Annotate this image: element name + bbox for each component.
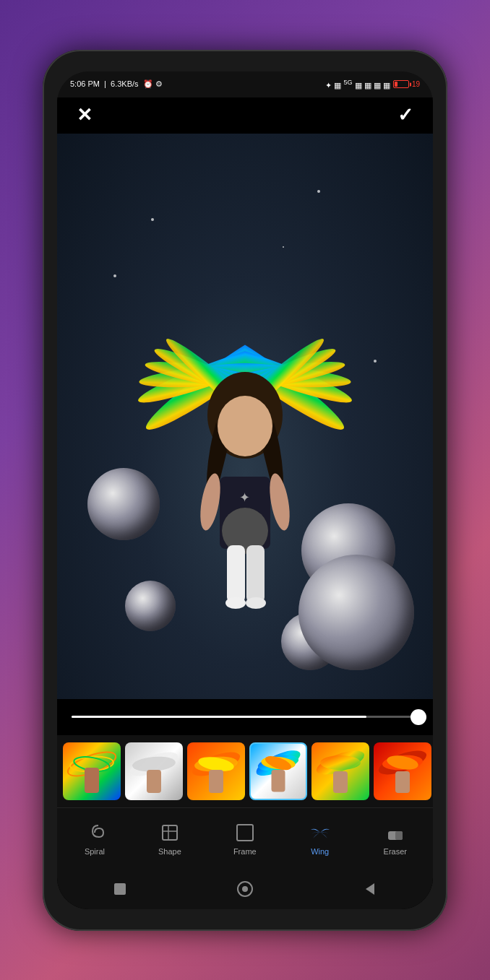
svg-rect-34 bbox=[209, 770, 223, 793]
svg-point-23 bbox=[246, 597, 266, 609]
top-bar: ✕ ✓ bbox=[57, 97, 433, 134]
svg-rect-50 bbox=[237, 825, 253, 841]
eraser-icon bbox=[384, 821, 407, 844]
svg-point-22 bbox=[225, 597, 246, 609]
svg-rect-52 bbox=[395, 831, 403, 840]
wing-preset-4[interactable] bbox=[249, 742, 307, 800]
disco-ball-5 bbox=[298, 555, 414, 670]
wing-preset-1[interactable] bbox=[63, 742, 121, 800]
frame-icon bbox=[233, 821, 257, 844]
tool-spiral[interactable]: Spiral bbox=[74, 815, 115, 862]
wing-preset-6[interactable] bbox=[374, 742, 431, 800]
tool-shape[interactable]: Shape bbox=[150, 815, 190, 862]
slider-thumb[interactable] bbox=[411, 709, 426, 725]
svg-rect-47 bbox=[163, 825, 177, 840]
shape-label: Shape bbox=[158, 847, 181, 856]
app-screen: ✕ ✓ bbox=[57, 97, 433, 909]
svg-point-55 bbox=[242, 886, 248, 892]
spiral-label: Spiral bbox=[85, 847, 105, 856]
opacity-slider-area[interactable] bbox=[57, 699, 433, 735]
slider-fill bbox=[72, 716, 366, 718]
wing-preset-2[interactable] bbox=[125, 742, 183, 800]
nav-home-button[interactable] bbox=[231, 875, 259, 903]
svg-rect-46 bbox=[395, 771, 410, 793]
svg-rect-20 bbox=[227, 545, 245, 603]
nav-back-button[interactable] bbox=[356, 875, 384, 903]
sparkle-3 bbox=[317, 190, 320, 193]
svg-point-13 bbox=[218, 396, 272, 456]
status-icons: ✦ ▦ 5G ▦ ▦ ▦ ▦ 19 bbox=[325, 79, 420, 90]
svg-point-41 bbox=[320, 755, 361, 770]
wing-presets-row bbox=[57, 735, 433, 807]
phone-frame: 5:06 PM | 6.3KB/s ⏰ ⚙ ✦ ▦ 5G ▦ ▦ ▦ ▦ 19 … bbox=[43, 50, 447, 931]
wing-label: Wing bbox=[311, 847, 329, 856]
tool-frame[interactable]: Frame bbox=[225, 815, 265, 862]
disco-ball-1 bbox=[87, 468, 160, 540]
sparkle-1 bbox=[151, 218, 154, 221]
bottom-toolbar: Spiral Shape bbox=[57, 807, 433, 869]
svg-marker-56 bbox=[366, 883, 374, 895]
wing-preset-3[interactable] bbox=[187, 742, 245, 800]
photo-canvas[interactable]: ✦ bbox=[57, 134, 433, 699]
svg-rect-39 bbox=[272, 770, 285, 792]
nav-bar bbox=[57, 869, 433, 909]
spiral-icon bbox=[83, 821, 106, 844]
svg-rect-42 bbox=[333, 771, 348, 793]
tool-wing[interactable]: Wing bbox=[300, 815, 340, 862]
battery-icon bbox=[393, 80, 409, 88]
shape-icon bbox=[158, 821, 181, 844]
svg-rect-53 bbox=[114, 883, 126, 895]
girl-figure: ✦ bbox=[180, 365, 310, 654]
svg-rect-30 bbox=[147, 770, 161, 793]
eraser-label: Eraser bbox=[384, 847, 407, 856]
tool-eraser[interactable]: Eraser bbox=[375, 815, 416, 862]
wing-icon bbox=[309, 821, 332, 844]
phone-screen: 5:06 PM | 6.3KB/s ⏰ ⚙ ✦ ▦ 5G ▦ ▦ ▦ ▦ 19 … bbox=[57, 71, 433, 909]
close-icon: ✕ bbox=[77, 104, 93, 126]
nav-square-button[interactable] bbox=[106, 875, 134, 903]
status-time-speed: 5:06 PM | 6.3KB/s ⏰ ⚙ bbox=[70, 79, 163, 89]
svg-rect-27 bbox=[85, 768, 99, 793]
svg-rect-21 bbox=[246, 545, 265, 603]
wing-preset-5[interactable] bbox=[311, 742, 369, 800]
confirm-button[interactable]: ✓ bbox=[392, 103, 418, 129]
svg-text:✦: ✦ bbox=[239, 490, 250, 505]
disco-ball-2 bbox=[125, 581, 176, 631]
status-bar: 5:06 PM | 6.3KB/s ⏰ ⚙ ✦ ▦ 5G ▦ ▦ ▦ ▦ 19 bbox=[57, 71, 433, 97]
frame-label: Frame bbox=[233, 847, 257, 856]
check-icon: ✓ bbox=[397, 104, 413, 126]
slider-track[interactable] bbox=[72, 716, 418, 718]
close-button[interactable]: ✕ bbox=[72, 103, 98, 129]
